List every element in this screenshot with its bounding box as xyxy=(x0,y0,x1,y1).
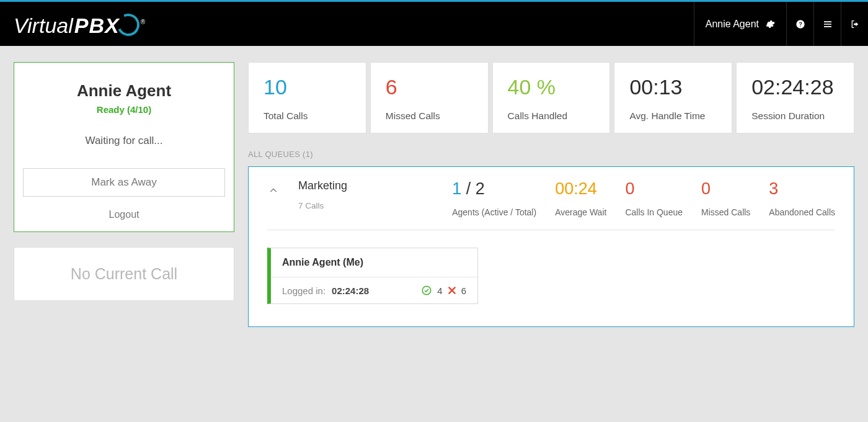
tile-value: 00:13 xyxy=(629,75,717,99)
queue-stats: 1 / 2 Agents (Active / Total) 00:24 Aver… xyxy=(452,179,835,217)
agent-status: Ready (4/10) xyxy=(23,104,225,115)
logo-pbx: PBX xyxy=(74,14,120,38)
stat-label: Average Wait xyxy=(555,207,606,217)
tile-label: Total Calls xyxy=(264,110,351,122)
queue-collapse-toggle[interactable] xyxy=(267,184,280,197)
stat-abandoned-calls: 3 Abandoned Calls xyxy=(769,179,835,217)
agent-waiting: Waiting for call... xyxy=(23,135,225,147)
stat-calls-in-queue: 0 Calls In Queue xyxy=(625,179,683,217)
page-body: Annie Agent Ready (4/10) Waiting for cal… xyxy=(0,46,868,422)
handled-count: 4 xyxy=(437,285,442,296)
queue-title-block: Marketing 7 Calls xyxy=(298,179,347,210)
header-user-menu[interactable]: Annie Agent xyxy=(694,2,786,46)
stat-value: 00:24 xyxy=(555,179,606,199)
no-current-call-card: No Current Call xyxy=(14,247,234,301)
logo-virtual: Virtual xyxy=(14,14,73,38)
left-column: Annie Agent Ready (4/10) Waiting for cal… xyxy=(14,62,234,406)
header-menu-button[interactable] xyxy=(813,2,841,46)
missed-count: 6 xyxy=(461,285,466,296)
tile-label: Session Duration xyxy=(751,110,839,122)
logo-registered-mark: ® xyxy=(141,19,145,25)
queue-agent-item[interactable]: Annie Agent (Me) Logged in: 02:24:28 4 6 xyxy=(267,248,478,304)
queue-header-row: Marketing 7 Calls 1 / 2 Agents (Active /… xyxy=(267,179,835,217)
agents-active: 1 xyxy=(452,179,461,198)
stat-value: 0 xyxy=(625,179,683,199)
stat-agents-value: 1 / 2 xyxy=(452,179,536,199)
tile-value: 6 xyxy=(386,75,473,99)
gear-icon xyxy=(765,19,775,29)
queue-name: Marketing xyxy=(298,179,347,192)
agent-name: Annie Agent xyxy=(23,81,225,101)
hamburger-icon xyxy=(823,19,833,29)
logged-in-duration: 02:24:28 xyxy=(332,285,369,296)
tile-value: 02:24:28 xyxy=(751,75,839,99)
check-circle-icon xyxy=(421,285,432,296)
mark-away-button[interactable]: Mark as Away xyxy=(23,168,225,197)
queue-agent-name: Annie Agent (Me) xyxy=(271,248,477,277)
chevron-up-icon xyxy=(268,186,278,195)
tile-label: Missed Calls xyxy=(386,110,473,122)
queues-section-label: ALL QUEUES (1) xyxy=(248,150,854,159)
agents-sep: / xyxy=(461,179,476,198)
header-signout-button[interactable] xyxy=(841,2,868,46)
tile-total-calls: 10 Total Calls xyxy=(248,62,366,133)
right-column: 10 Total Calls 6 Missed Calls 40 % Calls… xyxy=(248,62,854,406)
tile-calls-handled: 40 % Calls Handled xyxy=(492,62,611,133)
stat-label: Missed Calls xyxy=(701,207,750,217)
question-circle-icon xyxy=(795,19,805,29)
header-user-name: Annie Agent xyxy=(706,19,759,30)
stat-label: Abandoned Calls xyxy=(769,207,835,217)
tile-session-duration: 02:24:28 Session Duration xyxy=(736,62,854,133)
agents-total: 2 xyxy=(476,179,485,198)
agent-status-card: Annie Agent Ready (4/10) Waiting for cal… xyxy=(14,62,234,232)
svg-point-0 xyxy=(423,286,432,295)
queue-divider xyxy=(267,230,835,230)
logout-button[interactable]: Logout xyxy=(23,209,225,220)
queue-card: Marketing 7 Calls 1 / 2 Agents (Active /… xyxy=(248,166,854,327)
tile-avg-handle-time: 00:13 Avg. Handle Time xyxy=(614,62,732,133)
stat-avg-wait: 00:24 Average Wait xyxy=(555,179,606,217)
stat-missed-calls: 0 Missed Calls xyxy=(701,179,750,217)
tile-value: 40 % xyxy=(508,75,595,99)
app-logo: VirtualPBX® xyxy=(0,11,144,38)
stat-agents-label: Agents (Active / Total) xyxy=(452,207,536,217)
queue-agent-counters: 4 6 xyxy=(421,285,466,296)
header-right: Annie Agent xyxy=(694,2,868,46)
tile-value: 10 xyxy=(264,75,351,99)
app-header: VirtualPBX® Annie Agent xyxy=(0,0,868,46)
tile-label: Avg. Handle Time xyxy=(629,110,717,122)
header-help-button[interactable] xyxy=(786,2,813,46)
logged-in-label: Logged in: xyxy=(282,285,326,296)
stat-value: 3 xyxy=(769,179,835,199)
signout-icon xyxy=(850,19,860,29)
metric-tiles: 10 Total Calls 6 Missed Calls 40 % Calls… xyxy=(248,62,854,133)
stat-agents: 1 / 2 Agents (Active / Total) xyxy=(452,179,536,217)
tile-label: Calls Handled xyxy=(508,110,595,122)
x-icon xyxy=(448,286,456,295)
queue-subtitle: 7 Calls xyxy=(298,201,347,210)
tile-missed-calls: 6 Missed Calls xyxy=(370,62,489,133)
stat-label: Calls In Queue xyxy=(625,207,683,217)
queue-agent-details: Logged in: 02:24:28 4 6 xyxy=(271,277,477,303)
stat-value: 0 xyxy=(701,179,750,199)
